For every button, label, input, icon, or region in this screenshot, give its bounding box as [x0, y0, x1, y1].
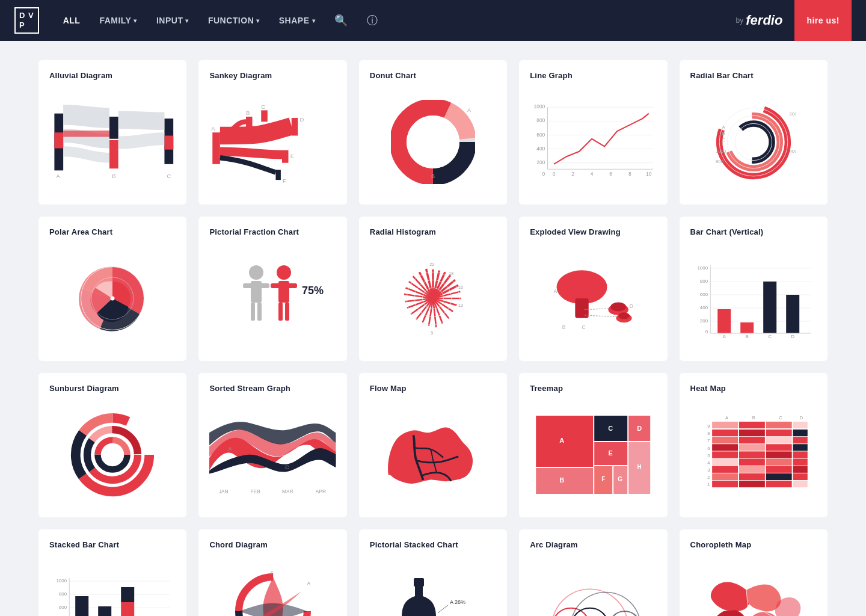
svg-rect-197 [712, 437, 738, 443]
chart-card-radialhistogram[interactable]: Radial Histogram [359, 217, 507, 361]
chart-card-radialbar[interactable]: Radial Bar Chart A B C [680, 60, 828, 205]
svg-text:APR: APR [316, 488, 326, 494]
nav-function[interactable]: FUNCTION ▾ [208, 16, 260, 25]
nav-right: by ferdio hire us! [736, 0, 852, 41]
svg-rect-194 [739, 430, 765, 436]
svg-text:1: 1 [707, 482, 710, 487]
svg-text:75%: 75% [302, 285, 324, 297]
chart-card-streamgraph[interactable]: Sorted Stream Graph A C D JAN [198, 373, 346, 517]
svg-text:2: 2 [707, 475, 710, 480]
svg-text:F: F [283, 177, 286, 184]
svg-point-108 [559, 272, 604, 297]
svg-rect-5 [164, 135, 173, 149]
svg-text:400: 400 [536, 145, 545, 151]
svg-text:E: E [290, 153, 294, 159]
svg-rect-211 [766, 458, 791, 465]
svg-text:B: B [559, 476, 564, 484]
svg-text:B: B [246, 109, 250, 116]
svg-text:1000: 1000 [697, 265, 708, 271]
nav-family[interactable]: FAMILY ▾ [99, 16, 137, 25]
chart-visual-stackedbar: 1000 800 600 400 200 [49, 556, 176, 616]
brand-name[interactable]: ferdio [746, 13, 782, 28]
svg-text:3: 3 [707, 467, 710, 473]
chart-title-streamgraph: Sorted Stream Graph [209, 384, 336, 393]
svg-text:D: D [637, 425, 642, 432]
svg-rect-239 [121, 602, 134, 617]
chart-card-linegraph[interactable]: Line Graph 1000 800 600 400 200 0 [519, 60, 667, 205]
nav-shape[interactable]: SHAPE ▾ [279, 16, 315, 25]
svg-text:E: E [609, 449, 613, 457]
chart-card-chord[interactable]: Chord Diagram E A [198, 529, 346, 616]
svg-text:400: 400 [699, 305, 708, 310]
svg-text:10: 10 [646, 170, 652, 176]
svg-rect-189 [712, 421, 738, 428]
svg-text:4: 4 [707, 460, 710, 465]
svg-rect-216 [793, 466, 807, 472]
chart-card-pictorialstacked[interactable]: Pictorial Stacked Chart A 26% B 24% [359, 529, 507, 616]
chart-visual-chord: E A [209, 556, 336, 616]
main-content: Alluvial Diagram [0, 41, 866, 616]
svg-text:B: B [112, 172, 115, 179]
svg-rect-213 [712, 466, 738, 472]
svg-rect-131 [717, 309, 731, 333]
svg-text:1000: 1000 [56, 578, 67, 584]
svg-rect-65 [243, 283, 269, 288]
svg-rect-109 [576, 298, 589, 318]
svg-rect-10 [292, 118, 298, 135]
svg-point-63 [249, 265, 263, 280]
svg-text:16: 16 [458, 285, 463, 289]
chart-card-barchart[interactable]: Bar Chart (Vertical) 1000 800 600 400 20… [680, 217, 828, 361]
dvp-logo[interactable]: D V P [14, 7, 39, 33]
svg-text:D: D [630, 303, 633, 309]
svg-rect-196 [793, 430, 807, 436]
svg-point-113 [618, 312, 630, 319]
svg-text:600: 600 [699, 292, 708, 297]
chart-card-treemap[interactable]: Treemap A C D B E [519, 373, 667, 517]
svg-text:B: B [745, 334, 748, 339]
nav-all[interactable]: ALL [63, 16, 81, 25]
svg-text:A: A [229, 445, 232, 451]
svg-rect-202 [739, 444, 765, 451]
nav-input[interactable]: INPUT ▾ [156, 16, 189, 25]
chart-card-heatmap[interactable]: Heat Map A B C D 9 8 7 6 5 4 3 2 [680, 373, 828, 517]
chart-card-explodedview[interactable]: Exploded View Drawing [519, 217, 667, 361]
chart-card-arcdiagram[interactable]: Arc Diagram [519, 529, 667, 616]
svg-rect-3 [109, 140, 118, 168]
chart-card-sunburst[interactable]: Sunburst Diagram [38, 373, 186, 517]
svg-text:JAN: JAN [219, 488, 229, 494]
svg-rect-222 [739, 480, 765, 487]
search-icon[interactable]: 🔍 [334, 14, 348, 27]
svg-text:9: 9 [707, 424, 710, 429]
svg-rect-193 [712, 430, 738, 436]
svg-text:F: F [601, 476, 605, 482]
nav-links: ALL FAMILY ▾ INPUT ▾ FUNCTION ▾ SHAPE ▾ … [63, 13, 736, 28]
chart-card-pictorialfraction[interactable]: Pictorial Fraction Chart 75% [198, 217, 346, 361]
chart-card-alluvial[interactable]: Alluvial Diagram [38, 60, 186, 205]
chart-title-explodedview: Exploded View Drawing [530, 227, 656, 236]
svg-text:A: A [212, 125, 216, 132]
svg-text:A: A [57, 172, 61, 179]
svg-rect-11 [282, 150, 289, 162]
chart-visual-arcdiagram [530, 556, 656, 616]
by-label: by [736, 16, 744, 25]
chart-card-donut[interactable]: Donut Chart B A [359, 60, 507, 205]
svg-rect-207 [766, 451, 791, 458]
chart-visual-streamgraph: A C D JAN FEB MAR APR [209, 400, 336, 509]
svg-rect-166 [536, 468, 593, 494]
chart-card-flowmap[interactable]: Flow Map [359, 373, 507, 517]
chart-visual-sankey: A B C D E F [209, 87, 336, 196]
hire-button[interactable]: hire us! [794, 0, 852, 41]
svg-rect-1 [54, 132, 63, 148]
svg-text:D: D [320, 433, 324, 439]
chart-card-stackedbar[interactable]: Stacked Bar Chart 1000 800 600 400 200 [38, 529, 186, 616]
svg-text:B: B [431, 173, 435, 179]
chart-visual-sunburst [49, 400, 176, 509]
svg-text:A: A [722, 125, 725, 130]
svg-text:13: 13 [458, 303, 463, 307]
chart-title-heatmap: Heat Map [690, 384, 817, 393]
chart-card-polararea[interactable]: Polar Area Chart [38, 217, 186, 361]
chart-card-sankey[interactable]: Sankey Diagram [198, 60, 346, 205]
chart-visual-pictorialstacked: A 26% B 24% [370, 556, 496, 616]
chart-card-choropleth[interactable]: Choropleth Map [680, 529, 828, 616]
info-icon[interactable]: ⓘ [367, 13, 378, 28]
